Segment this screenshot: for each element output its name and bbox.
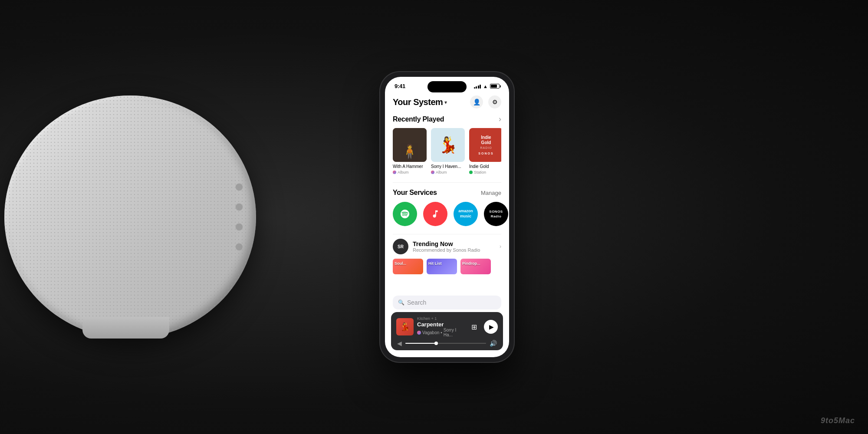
progress-bar-container: ◀ 🔊	[396, 340, 498, 347]
album-type-1: Album	[398, 170, 409, 174]
play-icon: ▶	[489, 323, 494, 330]
album-name-1: With A Hammer	[393, 164, 427, 169]
speaker-button-2[interactable]	[235, 203, 243, 211]
trending-chevron-icon: ›	[500, 243, 501, 250]
sonos-radio-label: SONOSRadio	[489, 209, 503, 219]
trending-items-row: Soul... Hit List Pindrop...	[393, 259, 501, 274]
progress-bar-track[interactable]	[405, 343, 486, 344]
header-actions: 👤 ⚙	[470, 95, 501, 108]
search-icon: 🔍	[398, 299, 404, 306]
trending-item-1[interactable]: Soul...	[393, 259, 423, 274]
album-name: •	[441, 330, 442, 335]
status-time: 9:41	[395, 83, 405, 89]
speaker-stand	[82, 317, 169, 339]
album-name-2: Sorry I Haven...	[431, 164, 465, 169]
services-header: Your Services Manage	[393, 189, 501, 197]
now-playing-artist: Vagabon • Sorry I Ha...	[417, 328, 464, 337]
speaker-button-1[interactable]	[235, 183, 243, 191]
speaker-controls	[235, 183, 243, 251]
album-art-3: IndieGold Radio SONOS	[469, 128, 501, 162]
apple-music-dot	[393, 171, 396, 174]
sonos-radio-service-button[interactable]: SONOSRadio	[484, 202, 508, 226]
wifi-icon: ▲	[483, 84, 488, 89]
recently-played-more-button[interactable]: ›	[499, 115, 501, 124]
status-icons: ▲	[474, 84, 500, 89]
manage-services-button[interactable]: Manage	[481, 190, 501, 196]
profile-button[interactable]: 👤	[470, 95, 483, 108]
trending-subtitle: Recommended by Sonos Radio	[413, 247, 480, 253]
album-name-3: Indie Gold	[469, 164, 501, 169]
artist-name: Vagabon	[422, 330, 439, 335]
album-art-2: 💃	[431, 128, 465, 162]
trending-title: Trending Now	[413, 240, 480, 247]
sonos-radio-icon: SR	[393, 239, 408, 254]
album-art-1: 🧍	[393, 128, 427, 162]
amazon-music-label: amazonmusic	[458, 209, 473, 219]
person-icon: 👤	[473, 99, 480, 105]
signal-icon	[474, 84, 481, 89]
now-playing-top: 💃 Kitchen + 1 Carpenter Vagabon • Sorry …	[396, 316, 498, 337]
play-pause-button[interactable]: ▶	[484, 320, 498, 334]
now-playing-title: Carpenter	[417, 321, 464, 328]
trending-now-button[interactable]: SR Trending Now Recommended by Sonos Rad…	[393, 234, 501, 259]
watermark: 9to5Mac	[821, 416, 855, 425]
trending-label-1: Soul...	[393, 260, 408, 267]
dynamic-island	[427, 81, 467, 92]
battery-icon	[490, 84, 500, 89]
album-meta-2: Album	[431, 170, 465, 174]
speaker-grille-area	[4, 95, 256, 339]
services-section: Your Services Manage	[393, 189, 501, 226]
search-placeholder: Search	[407, 299, 426, 306]
album-type-2: Album	[436, 170, 447, 174]
album-type-3: Station	[474, 170, 486, 174]
progress-bar-fill	[405, 343, 436, 344]
phone-screen: 9:41 ▲ Your System	[385, 77, 509, 357]
trending-item-3[interactable]: Pindrop...	[460, 259, 491, 274]
recently-played-title: Recently Played	[393, 115, 444, 123]
apple-music-icon	[431, 209, 440, 219]
phone-device: 9:41 ▲ Your System	[380, 72, 514, 362]
recently-played-item-2[interactable]: 💃 Sorry I Haven... Album	[431, 128, 465, 174]
trending-item-2[interactable]: Hit List	[427, 259, 457, 274]
album-meta-1: Album	[393, 170, 427, 174]
gear-icon: ⚙	[492, 99, 498, 105]
now-playing-bar[interactable]: 💃 Kitchen + 1 Carpenter Vagabon • Sorry …	[391, 312, 503, 350]
speaker-button-4[interactable]	[235, 243, 243, 251]
speaker-device	[22, 69, 273, 365]
spotify-icon	[400, 209, 410, 219]
apple-music-dot-2	[431, 171, 434, 174]
progress-sides: ◀ 🔊	[397, 340, 497, 347]
apple-music-service-button[interactable]	[423, 202, 447, 226]
recently-played-item-1[interactable]: 🧍 With A Hammer Album	[393, 128, 427, 174]
page-title: Your System	[393, 97, 443, 107]
now-playing-art: 💃	[396, 318, 414, 335]
trending-left: SR Trending Now Recommended by Sonos Rad…	[393, 239, 480, 254]
album-title: Sorry I Ha...	[444, 328, 464, 337]
queue-icon: ⊞	[471, 323, 477, 331]
previous-button[interactable]: ◀	[397, 340, 402, 347]
search-bar[interactable]: 🔍 Search	[393, 296, 501, 309]
trending-section: SR Trending Now Recommended by Sonos Rad…	[393, 234, 501, 274]
app-content: Recently Played › 🧍 With A Hammer	[385, 113, 509, 326]
queue-button[interactable]: ⊞	[467, 320, 480, 333]
album-meta-3: Station	[469, 170, 501, 174]
now-playing-info: Kitchen + 1 Carpenter Vagabon • Sorry I …	[417, 316, 464, 337]
app-header: Your System ▾ 👤 ⚙	[385, 92, 509, 113]
progress-thumb	[434, 342, 438, 345]
recently-played-section: Recently Played › 🧍 With A Hammer	[393, 115, 501, 174]
battery-fill	[491, 85, 497, 88]
phone-frame: 9:41 ▲ Your System	[380, 72, 514, 362]
trending-label-2: Hit List	[427, 260, 444, 267]
speaker-body	[4, 95, 247, 339]
header-title-group[interactable]: Your System ▾	[393, 97, 447, 107]
recently-played-header: Recently Played ›	[393, 115, 501, 124]
settings-button[interactable]: ⚙	[488, 95, 501, 108]
now-playing-room: Kitchen + 1	[417, 316, 464, 321]
spotify-service-button[interactable]	[393, 202, 417, 226]
speaker-button-3[interactable]	[235, 223, 243, 231]
recently-played-item-3[interactable]: IndieGold Radio SONOS Indie Gold Station	[469, 128, 501, 174]
apple-music-small-icon	[417, 331, 421, 335]
volume-button[interactable]: 🔊	[490, 340, 497, 347]
amazon-music-service-button[interactable]: amazonmusic	[454, 202, 478, 226]
services-grid: amazonmusic SONOSRadio	[393, 202, 501, 226]
